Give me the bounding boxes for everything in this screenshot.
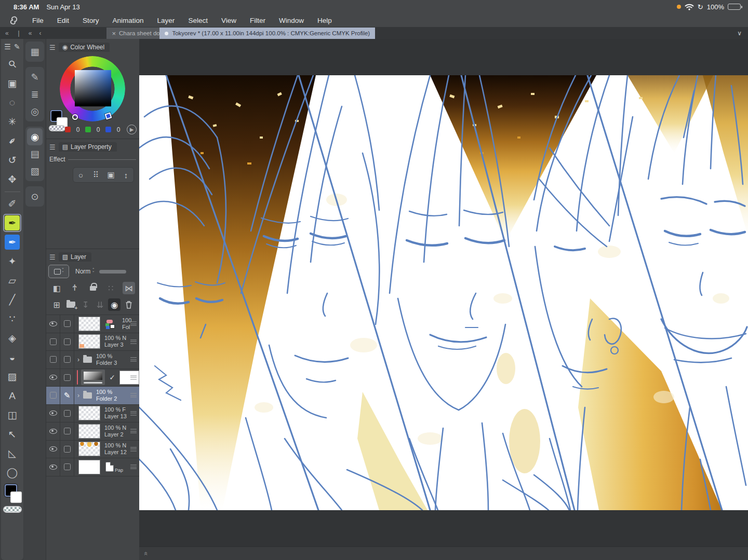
new-folder-button[interactable]	[65, 298, 77, 311]
tab-nav-arrow-1[interactable]: ❘	[13, 30, 24, 37]
menu-item-animation[interactable]: Animation	[106, 17, 151, 24]
layer-select-cell[interactable]	[60, 405, 74, 422]
border-effect-button[interactable]: ○	[73, 168, 88, 182]
close-tab-icon[interactable]: ×	[112, 30, 116, 37]
expand-effects-button[interactable]: ↕	[118, 168, 133, 182]
tone-effect-button[interactable]: ⠿	[88, 168, 103, 182]
expand-command-bar-icon[interactable]: «	[142, 552, 150, 555]
menu-item-file[interactable]: File	[25, 17, 50, 24]
blend-tool[interactable]: ◒	[1, 348, 23, 367]
canvas-area[interactable]: «	[139, 39, 748, 560]
layer-visibility-cell[interactable]	[46, 315, 60, 333]
layer-select-cell[interactable]: ✎	[60, 387, 74, 404]
tab-chara-sheet[interactable]: × Chara sheet do	[106, 28, 159, 39]
color-wheel-tab[interactable]: ◉ Color Wheel	[59, 43, 110, 52]
layer-row[interactable]: Pap	[46, 458, 139, 476]
menu-item-edit[interactable]: Edit	[50, 17, 76, 24]
panel-menu-icon[interactable]: ☰	[49, 44, 56, 51]
menu-item-select[interactable]: Select	[181, 17, 215, 24]
auto-select-tool[interactable]: ✳	[1, 112, 23, 131]
new-layer-button[interactable]: ⊞	[50, 298, 63, 311]
row-drag-handle-icon[interactable]	[130, 356, 137, 363]
layer-thumbnail[interactable]	[78, 317, 100, 331]
panel-menu-icon[interactable]: ☰	[49, 143, 56, 151]
saturation-value-square[interactable]	[75, 70, 111, 106]
fill-tool[interactable]: ◈	[1, 329, 23, 348]
transparent-color-swatch[interactable]	[3, 506, 22, 513]
merge-down-button[interactable]: ⇊	[94, 298, 106, 311]
layer-visibility-cell[interactable]	[46, 422, 60, 440]
layer-select-cell[interactable]	[60, 422, 74, 440]
brush-blend-selector[interactable]: ˆˇ	[48, 265, 69, 278]
blend-mode-stepper[interactable]: ˆˇ	[92, 268, 94, 275]
layer-visibility-cell[interactable]	[46, 458, 60, 476]
layer-row[interactable]: ✓	[46, 369, 139, 387]
layer-visibility-cell[interactable]	[46, 351, 60, 368]
layer-select-cell[interactable]	[60, 369, 74, 387]
layer-visibility-cell[interactable]	[46, 387, 60, 404]
airbrush-tool[interactable]: ∵	[1, 309, 23, 329]
layer-row[interactable]: 100 % NLayer 3	[46, 333, 139, 351]
lock-transparent-pixels-button[interactable]: ∷	[104, 282, 117, 294]
opacity-slider[interactable]	[99, 270, 126, 274]
eraser-tool[interactable]: ▱	[1, 271, 23, 290]
gradient-map-thumbnail[interactable]	[81, 370, 105, 385]
correct-line-tool[interactable]: ↖	[1, 425, 23, 444]
layer-visibility-cell[interactable]	[46, 369, 60, 387]
frame-border-tool[interactable]: ◫	[1, 405, 23, 425]
layer-row[interactable]: 100Fol	[46, 315, 139, 333]
pen-badge-icon[interactable]: ✎	[14, 43, 20, 51]
row-drag-handle-icon[interactable]	[130, 463, 137, 470]
operation-tool[interactable]: ▣	[1, 74, 23, 93]
layer-thumbnail[interactable]	[78, 334, 100, 349]
layer-row[interactable]: ✎›100 %Folder 2	[46, 387, 139, 405]
menu-item-story[interactable]: Story	[76, 17, 106, 24]
lasso-tool[interactable]: ↺	[1, 151, 23, 170]
expand-folder-icon[interactable]: ›	[77, 356, 79, 363]
layer-thumbnail[interactable]	[78, 406, 100, 420]
menu-item-help[interactable]: Help	[311, 17, 339, 24]
tab-nav-arrows[interactable]: «❘«‹	[0, 27, 44, 39]
layer-row[interactable]: 100 % NLayer 2	[46, 422, 139, 441]
tool-property-palette[interactable]: ≣	[25, 86, 44, 103]
row-drag-handle-icon[interactable]	[130, 428, 137, 434]
pen-tool[interactable]: ✒	[1, 213, 23, 233]
figure-tool[interactable]: ◺	[1, 444, 23, 463]
transparent-color-swatch[interactable]	[49, 125, 65, 131]
expand-folder-icon[interactable]: ›	[77, 392, 79, 399]
layer-thumbnail[interactable]	[78, 460, 100, 474]
layer-select-cell[interactable]	[60, 351, 74, 368]
layer-thumbnail[interactable]	[78, 442, 100, 456]
delete-layer-button[interactable]	[123, 298, 135, 311]
color-wheel-palette[interactable]: ◉	[27, 128, 43, 145]
layer-select-cell[interactable]	[60, 333, 74, 351]
tab-nav-arrow-0[interactable]: «	[2, 30, 12, 37]
text-tool[interactable]: A	[1, 386, 23, 405]
sub-tool-palette[interactable]: ✎	[25, 69, 44, 86]
artwork-canvas[interactable]	[139, 75, 748, 510]
layer-color-effect-button[interactable]: ▣	[103, 168, 118, 182]
move-tool[interactable]: ✥	[1, 170, 23, 189]
decoration-tool[interactable]: ✦	[1, 252, 23, 271]
panel-menu-icon[interactable]: ☰	[49, 253, 56, 261]
gradient-tool[interactable]: ▨	[1, 367, 23, 386]
row-drag-handle-icon[interactable]	[130, 410, 137, 417]
brush-size-palette[interactable]: ◎	[25, 103, 44, 120]
layer-tab[interactable]: ▧ Layer	[59, 252, 91, 262]
menu-item-window[interactable]: Window	[272, 17, 311, 24]
enable-mask-button[interactable]: Ϯ	[69, 282, 81, 294]
layer-thumbnail[interactable]	[78, 424, 100, 439]
selection-tool[interactable]: ◌	[1, 93, 23, 112]
menu-item-view[interactable]: View	[215, 17, 243, 24]
brush-tool[interactable]: ✒	[1, 233, 23, 252]
menu-item-filter[interactable]: Filter	[243, 17, 272, 24]
sv-cursor[interactable]	[72, 114, 78, 120]
clip-studio-logo[interactable]	[8, 16, 18, 25]
blend-mode-label[interactable]: Norm	[75, 268, 90, 275]
tab-nav-arrow-2[interactable]: «	[25, 30, 35, 37]
menu-item-layer[interactable]: Layer	[151, 17, 182, 24]
color-set-toggle-button[interactable]: ▶	[127, 125, 137, 134]
navigator-palette[interactable]: ⊙	[25, 188, 44, 205]
marker-tool[interactable]: ✐	[1, 194, 23, 213]
clip-at-layer-below-button[interactable]: ◧	[50, 282, 63, 294]
